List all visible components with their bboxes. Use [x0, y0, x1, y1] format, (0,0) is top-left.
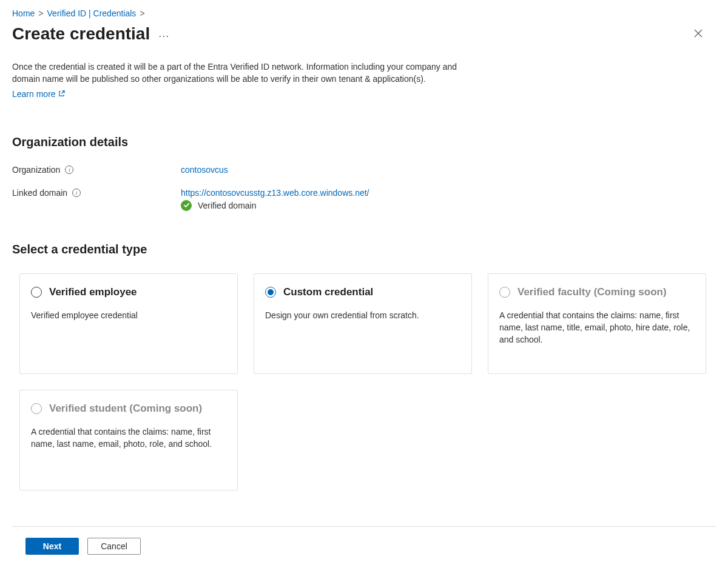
close-button[interactable] — [689, 25, 707, 43]
select-credential-heading: Select a credential type — [12, 243, 716, 256]
more-actions-button[interactable]: ··· — [158, 27, 169, 41]
radio-verified-employee[interactable] — [31, 287, 42, 298]
card-title: Verified student (Coming soon) — [49, 403, 202, 415]
info-icon[interactable]: i — [65, 166, 73, 174]
credential-card-grid: Verified employee Verified employee cred… — [12, 273, 716, 515]
linked-domain-row: Linked domain i https://contosovcusstg.z… — [12, 188, 716, 211]
card-verified-faculty: Verified faculty (Coming soon) A credent… — [488, 273, 706, 374]
card-title: Verified faculty (Coming soon) — [517, 286, 667, 298]
card-desc: Design your own credential from scratch. — [265, 309, 460, 321]
breadcrumb-home[interactable]: Home — [12, 8, 35, 18]
verified-domain-text: Verified domain — [198, 201, 257, 210]
radio-custom-credential[interactable] — [265, 287, 276, 298]
next-button[interactable]: Next — [25, 538, 79, 555]
footer-actions: Next Cancel — [12, 526, 716, 555]
info-icon[interactable]: i — [72, 189, 81, 197]
organization-label: Organization — [12, 165, 60, 175]
linked-domain-value-link[interactable]: https://contosovcusstg.z13.web.core.wind… — [181, 188, 369, 198]
card-title: Verified employee — [49, 286, 137, 298]
radio-verified-faculty — [499, 287, 510, 298]
chevron-right-icon: > — [140, 8, 144, 18]
external-link-icon — [58, 90, 65, 97]
org-details-heading: Organization details — [12, 135, 716, 149]
card-verified-student: Verified student (Coming soon) A credent… — [19, 390, 238, 490]
breadcrumb: Home > Verified ID | Credentials > — [12, 8, 716, 18]
cancel-button[interactable]: Cancel — [87, 538, 141, 555]
close-icon — [694, 29, 703, 38]
card-desc: A credential that contains the claims: n… — [499, 309, 695, 346]
learn-more-label: Learn more — [12, 89, 56, 99]
intro-text: Once the credential is created it will b… — [12, 61, 485, 85]
breadcrumb-verified-id[interactable]: Verified ID | Credentials — [47, 8, 136, 18]
card-verified-employee[interactable]: Verified employee Verified employee cred… — [19, 273, 238, 374]
title-row: Create credential ··· — [12, 24, 716, 44]
page-title: Create credential — [12, 24, 150, 44]
linked-domain-label: Linked domain — [12, 188, 67, 198]
chevron-right-icon: > — [38, 8, 43, 18]
verified-check-icon — [181, 200, 192, 211]
card-desc: Verified employee credential — [31, 309, 226, 321]
organization-value-link[interactable]: contosovcus — [181, 165, 228, 175]
radio-verified-student — [31, 403, 42, 414]
organization-row: Organization i contosovcus — [12, 165, 716, 175]
card-desc: A credential that contains the claims: n… — [31, 426, 226, 450]
learn-more-link[interactable]: Learn more — [12, 89, 65, 99]
card-title: Custom credential — [283, 286, 373, 298]
card-custom-credential[interactable]: Custom credential Design your own creden… — [254, 273, 472, 374]
